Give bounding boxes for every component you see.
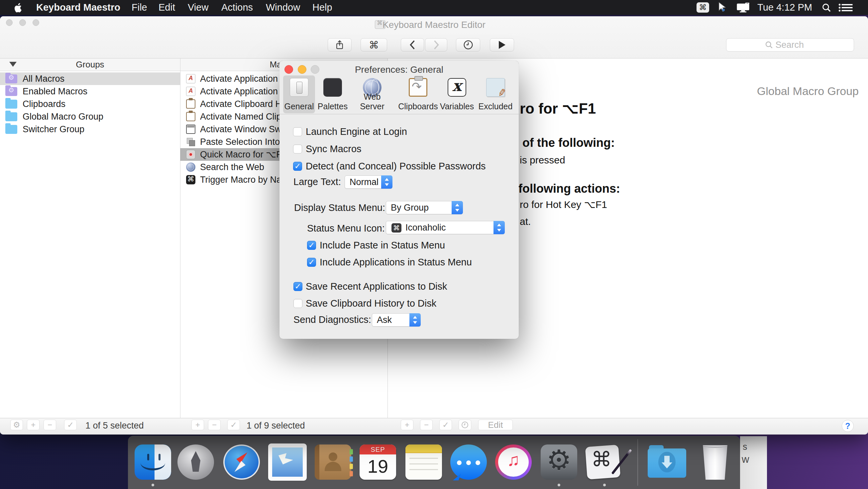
menu-actions[interactable]: Actions bbox=[221, 0, 253, 15]
group-row-enabled-macros[interactable]: ⚙ Enabled Macros bbox=[0, 85, 180, 98]
save-clipboard-checkbox[interactable] bbox=[293, 299, 302, 308]
excluded-icon bbox=[486, 78, 505, 97]
toggle-group-enable-button[interactable]: ✓ bbox=[64, 420, 77, 430]
search-icon bbox=[765, 41, 773, 49]
tab-palettes[interactable]: Palettes bbox=[314, 75, 351, 113]
group-label: Enabled Macros bbox=[23, 86, 87, 97]
contacts-dock-icon[interactable] bbox=[315, 445, 351, 480]
launch-engine-checkbox[interactable] bbox=[293, 127, 302, 136]
status-menu-icon-label: Status Menu Icon: bbox=[307, 222, 385, 234]
include-paste-checkbox[interactable] bbox=[307, 241, 316, 250]
help-button[interactable]: ? bbox=[842, 420, 854, 432]
menu-edit[interactable]: Edit bbox=[158, 0, 175, 15]
background-text-fragment: w bbox=[742, 453, 749, 465]
record-timing-button[interactable] bbox=[459, 420, 471, 430]
forward-button[interactable] bbox=[425, 38, 447, 52]
groups-column-header[interactable]: Groups bbox=[0, 59, 180, 71]
calendar-dock-icon[interactable]: SEP 19 bbox=[360, 445, 396, 480]
toolbar-search-field[interactable] bbox=[726, 38, 854, 52]
downloads-dock-icon[interactable] bbox=[648, 445, 684, 480]
popup-value: Normal bbox=[350, 176, 378, 188]
safari-dock-icon[interactable] bbox=[223, 445, 260, 480]
sync-macros-checkbox[interactable] bbox=[293, 144, 302, 154]
group-action-gear-button[interactable]: ⚙ bbox=[10, 420, 23, 430]
tab-web-server[interactable]: Web Server bbox=[350, 75, 394, 113]
notes-dock-icon[interactable] bbox=[405, 445, 442, 480]
km-status-menu-icon[interactable]: ⌘ bbox=[696, 2, 709, 12]
detail-actions-heading-fragment: following actions: bbox=[518, 182, 620, 196]
macros-selection-count: 1 of 9 selected bbox=[247, 421, 305, 431]
include-apps-checkbox[interactable] bbox=[307, 258, 316, 267]
toggle-action-enable-button[interactable]: ✓ bbox=[439, 420, 452, 430]
tab-clipboards[interactable]: Clipboards bbox=[397, 75, 440, 113]
status-menu-icon-popup[interactable]: ⌘ Iconaholic bbox=[386, 221, 505, 234]
add-group-button[interactable]: + bbox=[27, 420, 39, 430]
display-status-icon[interactable] bbox=[736, 3, 750, 14]
recent-clock-button[interactable] bbox=[456, 38, 480, 52]
itunes-dock-icon[interactable]: ♫ bbox=[495, 445, 532, 480]
messages-dock-icon[interactable] bbox=[450, 445, 487, 480]
spotlight-icon[interactable] bbox=[822, 3, 831, 13]
group-row-all-macros[interactable]: ⚙ All Macros bbox=[0, 72, 180, 85]
sort-triangle-icon[interactable] bbox=[9, 62, 17, 67]
clipboard-icon bbox=[186, 99, 195, 109]
menu-app-name[interactable]: Keyboard Maestro bbox=[36, 0, 120, 15]
tab-label: Clipboards bbox=[397, 102, 440, 111]
globe-icon bbox=[186, 162, 195, 172]
keyboard-maestro-dock-icon[interactable]: ⌘ bbox=[585, 445, 624, 480]
remove-group-button[interactable]: − bbox=[43, 420, 56, 430]
trash-dock-icon[interactable] bbox=[702, 444, 728, 480]
display-status-menu-popup[interactable]: By Group bbox=[386, 201, 463, 214]
palettes-icon bbox=[323, 78, 342, 97]
detect-passwords-label: Detect (and Conceal) Possible Passwords bbox=[306, 160, 486, 172]
system-preferences-dock-icon[interactable]: ⚙ bbox=[541, 445, 577, 480]
large-text-popup[interactable]: Normal bbox=[345, 175, 393, 189]
menu-view[interactable]: View bbox=[188, 0, 208, 15]
tab-excluded[interactable]: Excluded bbox=[477, 75, 514, 113]
share-button[interactable] bbox=[328, 38, 351, 52]
tab-label: Palettes bbox=[314, 102, 351, 111]
remove-macro-button[interactable]: − bbox=[208, 420, 221, 430]
background-text-fragment: s bbox=[743, 442, 747, 452]
add-action-button[interactable]: + bbox=[401, 420, 413, 430]
tab-variables[interactable]: Variables bbox=[439, 75, 475, 113]
menu-clock[interactable]: Tue 4:12 PM bbox=[757, 0, 812, 15]
macro-label: Activate Named Clipbo bbox=[200, 111, 291, 122]
apple-menu-icon[interactable] bbox=[14, 0, 23, 15]
notification-center-icon[interactable] bbox=[838, 3, 853, 13]
detect-passwords-checkbox[interactable] bbox=[293, 162, 302, 171]
send-diagnostics-popup[interactable]: Ask bbox=[372, 313, 421, 327]
popup-stepper-icon bbox=[409, 313, 421, 327]
menu-bar: Keyboard Maestro File Edit View Actions … bbox=[0, 0, 868, 15]
large-text-label: Large Text: bbox=[293, 175, 341, 188]
run-macro-button[interactable] bbox=[490, 38, 514, 52]
add-macro-button[interactable]: + bbox=[191, 420, 204, 430]
group-row-global-macro-group[interactable]: Global Macro Group bbox=[0, 110, 180, 123]
mail-dock-icon[interactable] bbox=[269, 445, 306, 480]
command-palette-button[interactable]: ⌘ bbox=[361, 38, 387, 52]
detail-trigger-line-fragment: is pressed bbox=[520, 155, 565, 166]
group-row-clipboards[interactable]: Clipboards bbox=[0, 98, 180, 110]
menu-window[interactable]: Window bbox=[266, 0, 300, 15]
menu-help[interactable]: Help bbox=[312, 0, 332, 15]
finder-dock-icon[interactable] bbox=[134, 445, 171, 480]
tab-general[interactable]: General bbox=[281, 75, 317, 113]
search-input[interactable] bbox=[776, 40, 815, 50]
background-window-fragment: s w bbox=[740, 436, 767, 489]
application-launcher-icon bbox=[186, 74, 195, 84]
menu-file[interactable]: File bbox=[132, 0, 147, 15]
macro-label: Activate Clipboard Hist bbox=[200, 99, 291, 109]
edit-button[interactable]: Edit bbox=[478, 420, 513, 430]
dock-divider bbox=[638, 439, 638, 486]
detail-action-line-fragment: ro for Hot Key ⌥F1 bbox=[520, 199, 607, 210]
remove-action-button[interactable]: − bbox=[420, 420, 433, 430]
tab-label: Web Server bbox=[350, 92, 394, 111]
pointer-status-icon[interactable] bbox=[717, 2, 727, 14]
launchpad-dock-icon[interactable] bbox=[178, 445, 214, 480]
save-recent-checkbox[interactable] bbox=[293, 282, 302, 291]
back-button[interactable] bbox=[401, 38, 424, 52]
toggle-macro-enable-button[interactable]: ✓ bbox=[227, 420, 240, 430]
group-label: Global Macro Group bbox=[23, 111, 103, 122]
detail-action-line-fragment: at. bbox=[520, 216, 531, 227]
group-row-switcher-group[interactable]: Switcher Group bbox=[0, 123, 180, 135]
